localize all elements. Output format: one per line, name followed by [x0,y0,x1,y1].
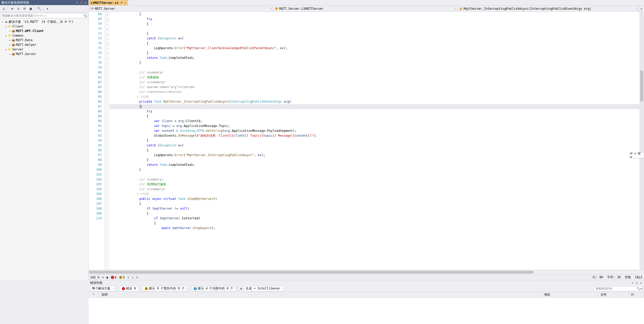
nav-class-label: MQTT.Server.LSMQTTServer [279,7,324,10]
solution-explorer-toolbar: ⌂ ⇄ ↻ ⊟ ▦ 🔧 ▸ [0,5,88,12]
warnings-filter[interactable]: !展示 9 个警告中的 0 个 [142,286,187,291]
col-project[interactable]: 项目 [542,292,598,297]
solution-explorer-title: 解决方案资源管理器 [2,1,29,5]
scrollbar-thumb[interactable] [640,71,643,101]
col-file[interactable]: 文件 [598,292,629,297]
project-label: MQTT.Server [16,52,36,56]
nav-down-icon[interactable]: ↓ [132,276,133,279]
fold-gutter[interactable]: ⌄⌄⌄⌄⌄⌄⌄⌄⌄⌄ [105,12,110,270]
preview-icon[interactable]: ▸ [45,6,50,12]
showall-icon[interactable]: ▦ [28,6,34,12]
sync-icon[interactable]: ⇄ [9,6,15,12]
error-list-title: 错误列表 [90,281,102,285]
nav-project-dropdown[interactable]: C#MQTT.Server▾ [89,6,273,12]
code-content[interactable]: { try { } catch (Exception ex) { LogOper… [110,12,639,270]
panel-options-icon[interactable]: ▾ [631,282,634,284]
folder-client[interactable]: ▴📁Client [0,24,88,29]
csharp-icon: C# [90,7,94,10]
nav-method-label: MqttServer_InterceptingPublishAsync(Inte… [464,7,591,10]
col-line[interactable]: 行 [629,292,644,297]
errorlist-search[interactable]: 🔍▾ [594,286,642,291]
ime-badge[interactable]: 中 ⇌ 简 ⟳ [630,153,644,158]
solution-explorer-header: 解决方案资源管理器 ▾ 📌 ✕ [0,0,88,5]
search-icon[interactable]: 🔍 [83,14,88,17]
nav-project-label: MQTT.Server [95,7,115,10]
pen-icon[interactable]: ✎ [136,276,138,279]
messages-filter[interactable]: i展示 4 个消息中的 0 个 [191,286,236,291]
method-icon: 🔒 [459,7,463,10]
folder-label: Client [12,25,23,28]
solution-search[interactable]: 🔍 [0,13,88,19]
editor-statusbar: 142 % ▾ ◉ ✕0 !5 ↑ ↓ ✎ 行: 86 字符: 10 空格 CR… [89,274,644,280]
refresh-icon[interactable]: ↻ [16,6,21,12]
code-editor[interactable]: 6869707172737475767778798081828384858687… [89,12,644,270]
project-wpf-client[interactable]: ▸📦MQTT.WPF.Client [0,29,88,33]
folder-server[interactable]: ▴📁Server [0,47,88,52]
col-description[interactable]: 说明 [99,292,542,297]
errorlist-search-input[interactable] [594,287,637,290]
scope-dropdown[interactable]: 整个解决方案 [90,286,115,291]
code-navbar: C#MQTT.Server▾ 🔶MQTT.Server.LSMQTTServer… [89,6,644,12]
horizontal-scrollbar[interactable] [89,270,644,274]
errors-filter[interactable]: ✕错误 0 [120,286,138,291]
col-icon[interactable]: ⁴ [89,292,99,297]
project-label: MQTT.WPF.Client [16,29,44,33]
project-data[interactable]: ▸📦MQTT.Data [0,38,88,42]
filter-icon[interactable]: ⚗ [240,287,242,290]
zoom-level[interactable]: 142 % [90,276,99,279]
line-number-gutter: 6869707172737475767778798081828384858687… [89,12,105,270]
solution-label: 解决方案 'LS.MQTT' (4 个项目, 共 4 个) [9,20,74,24]
nav-class-dropdown[interactable]: 🔶MQTT.Server.LSMQTTServer▾ [273,6,458,12]
error-list-columns: ⁴ 说明 项目 文件 行 [89,292,644,298]
properties-icon[interactable]: 🔧 [36,6,42,12]
vertical-scrollbar[interactable] [639,12,644,270]
maximize-icon[interactable]: □ [635,282,638,284]
split-editor-button[interactable]: ✚ [638,6,644,12]
solution-search-input[interactable] [1,14,83,17]
nav-method-dropdown[interactable]: 🔒MqttServer_InterceptingPublishAsync(Int… [458,6,638,12]
error-count[interactable]: ✕0 [111,276,117,279]
solution-node[interactable]: ▸🗂解决方案 'LS.MQTT' (4 个项目, 共 4 个) [0,19,88,24]
project-label: MQTT.Data [16,38,33,42]
tab-lsmqttserver[interactable]: LSMQTTServer.cs 📌 ✕ [89,0,128,5]
error-list-body [89,298,644,324]
error-list-toolbar: 整个解决方案 ✕错误 0 !展示 9 个警告中的 0 个 i展示 4 个消息中的… [89,285,644,292]
search-icon[interactable]: 🔍▾ [637,287,642,290]
class-icon: 🔶 [275,7,278,10]
folder-common[interactable]: ▴📁Common [0,33,88,38]
editor-area: LSMQTTServer.cs 📌 ✕ C#MQTT.Server▾ 🔶MQTT… [89,0,644,280]
close-icon[interactable]: ✕ [124,1,126,4]
project-label: MQTT.Helper [16,43,36,47]
line-indicator[interactable]: 行: 86 [593,275,603,279]
solution-tree: ▸🗂解决方案 'LS.MQTT' (4 个项目, 共 4 个) ▴📁Client… [0,19,88,280]
close-icon[interactable]: ✕ [84,1,87,4]
solution-explorer: 解决方案资源管理器 ▾ 📌 ✕ ⌂ ⇄ ↻ ⊟ ▦ 🔧 ▸ 🔍 ▸🗂解决方案 '… [0,0,89,280]
col-indicator[interactable]: 字符: 10 [607,275,621,279]
project-server[interactable]: ▸📦MQTT.Server [0,52,88,56]
folder-label: Server [12,48,23,51]
error-list-header: 错误列表 ▾ □ ✕ [89,280,644,285]
build-dropdown[interactable]: 生成 + IntelliSense [244,286,284,291]
close-icon[interactable]: ✕ [639,282,642,284]
tab-label: LSMQTTServer.cs [91,1,118,5]
project-helper[interactable]: ▸📦MQTT.Helper [0,42,88,47]
pin-icon[interactable]: 📌 [80,1,83,4]
warning-count[interactable]: !5 [119,276,125,279]
nav-up-icon[interactable]: ↑ [127,276,129,279]
issues-icon[interactable]: ◉ [106,276,108,279]
home-icon[interactable]: ⌂ [1,6,7,12]
collapse-icon[interactable]: ⊟ [22,6,27,12]
error-list-panel: 错误列表 ▾ □ ✕ 整个解决方案 ✕错误 0 !展示 9 个警告中的 0 个 … [89,280,644,324]
folder-label: Common [12,34,23,37]
pin-icon[interactable]: 📌 [120,2,123,4]
tabbar: LSMQTTServer.cs 📌 ✕ [89,0,644,6]
panel-options-icon[interactable]: ▾ [76,1,79,4]
lineend-indicator[interactable]: CRLF [635,276,642,279]
scrollbar-thumb[interactable] [89,271,533,274]
indent-indicator[interactable]: 空格 [625,275,631,279]
